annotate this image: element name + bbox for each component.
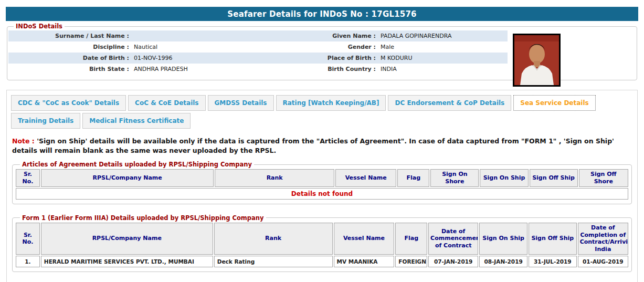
column-header: RPSL/Company Name [41, 223, 213, 255]
column-header: Rank [214, 223, 333, 255]
table-cell: MV MAANIKA [334, 256, 395, 267]
indos-detail-row: Discipline :NauticalGender :Male [8, 41, 508, 53]
column-header: Flag [397, 169, 429, 187]
tab-rating-watch-keeping-ab[interactable]: Rating [Watch Keeping/AB] [276, 95, 386, 111]
field-value: Nautical [133, 44, 286, 50]
table-section-articles-of-agreement-details-uploaded-b: Articles of Agreement Details uploaded b… [12, 161, 632, 204]
indos-details-legend: INDoS Details [14, 23, 65, 30]
indos-details-section: INDoS Details Surname / Last Name :Given… [7, 23, 637, 80]
column-header: Sr. No. [16, 223, 40, 255]
empty-message: Details not found [16, 188, 628, 200]
column-header: Sign Off Ship [529, 223, 577, 255]
column-header: Sign On Ship [480, 169, 528, 187]
tab-dc-endorsement-cop-details[interactable]: DC Endorsement & CoP Details [388, 95, 511, 111]
field-label: Place of Birth : [286, 55, 379, 61]
seafarer-photo [513, 34, 561, 87]
field-label: Birth State : [8, 66, 133, 72]
field-value: INDIA [379, 66, 508, 72]
table-cell: 1. [16, 256, 40, 267]
table-cell: 08-JAN-2019 [479, 256, 527, 267]
table-row: 1.HERALD MARITIME SERVICES PVT. LTD., MU… [16, 256, 628, 267]
column-header: Sign Off Ship [530, 169, 578, 187]
table-cell: FOREIGN [395, 256, 427, 267]
column-header: Sign On Ship [479, 223, 527, 255]
field-label: Surname / Last Name : [8, 33, 133, 39]
column-header: Date of Commencement of Contract [428, 223, 478, 255]
table-cell: Deck Rating [214, 256, 333, 267]
seafarer-photo-image [514, 35, 559, 85]
indos-detail-row: Date of Birth :01-NOV-1996Place of Birth… [8, 53, 508, 64]
table-cell: 31-JUL-2019 [529, 256, 577, 267]
field-label: Birth Country : [286, 66, 379, 72]
tab-gmdss-details[interactable]: GMDSS Details [208, 95, 274, 111]
table-cell: HERALD MARITIME SERVICES PVT. LTD., MUMB… [41, 256, 213, 267]
column-header: Rank [215, 169, 334, 187]
indos-details-rows: Surname / Last Name :Given Name :PADALA … [8, 30, 508, 75]
empty-row: Details not found [16, 188, 628, 200]
note-label: Note : [12, 137, 35, 145]
field-value: PADALA GOPINARENDRA [379, 33, 508, 39]
field-label: Gender : [286, 44, 379, 50]
field-label: Date of Birth : [8, 55, 133, 61]
column-header: Vessel Name [335, 169, 396, 187]
column-header: Date of Completion of Contract/Arriving … [578, 223, 628, 255]
column-header: Sign On Shore [430, 169, 479, 187]
table-legend: Articles of Agreement Details uploaded b… [20, 161, 254, 168]
field-value: M KODURU [379, 55, 508, 61]
indos-detail-row: Birth State :ANDHRA PRADESHBirth Country… [8, 64, 508, 75]
note: Note : 'Sign on Ship' details will be av… [12, 137, 632, 155]
table-cell: 01-AUG-2019 [578, 256, 628, 267]
tab-cdc-coc-as-cook-details[interactable]: CDC & "CoC as Cook" Details [11, 95, 126, 111]
details-tab-panel: CDC & "CoC as Cook" DetailsCoC & CoE Det… [6, 90, 638, 282]
field-label: Discipline : [8, 44, 133, 50]
table-header-row: Sr. No.RPSL/Company NameRankVessel NameF… [16, 169, 628, 187]
field-label: Given Name : [286, 33, 379, 39]
column-header: Sr. No. [16, 169, 40, 187]
table-header-row: Sr. No.RPSL/Company NameRankVessel NameF… [16, 223, 628, 255]
tab-sea-service-details[interactable]: Sea Service Details [513, 95, 595, 111]
data-table: Sr. No.RPSL/Company NameRankVessel NameF… [15, 222, 629, 268]
tab-medical-fitness-certificate[interactable]: Medical Fitness Certificate [82, 113, 191, 129]
data-table: Sr. No.RPSL/Company NameRankVessel NameF… [15, 168, 629, 201]
field-value: ANDHRA PRADESH [133, 66, 286, 72]
page-title: Seafarer Details for INDoS No : 17GL1576 [6, 7, 638, 21]
tables-container: Articles of Agreement Details uploaded b… [11, 161, 633, 282]
column-header: Flag [395, 223, 427, 255]
column-header: RPSL/Company Name [41, 169, 214, 187]
field-value: Male [379, 44, 508, 50]
tab-training-details[interactable]: Training Details [11, 113, 80, 129]
field-value: 01-NOV-1996 [133, 55, 286, 61]
table-legend: Form 1 (Earlier Form IIIA) Details uploa… [20, 214, 266, 222]
column-header: Sign Off Shore [579, 169, 628, 187]
table-section-form-1-earlier-form-iiia-details-uploade: Form 1 (Earlier Form IIIA) Details uploa… [12, 214, 632, 272]
note-body: 'Sign on Ship' details will be available… [12, 137, 614, 154]
table-cell: 07-JAN-2019 [428, 256, 478, 267]
tab-bar: CDC & "CoC as Cook" DetailsCoC & CoE Det… [11, 95, 633, 129]
tab-coc-coe-details[interactable]: CoC & CoE Details [128, 95, 205, 111]
column-header: Vessel Name [334, 223, 395, 255]
indos-detail-row: Surname / Last Name :Given Name :PADALA … [8, 30, 508, 41]
